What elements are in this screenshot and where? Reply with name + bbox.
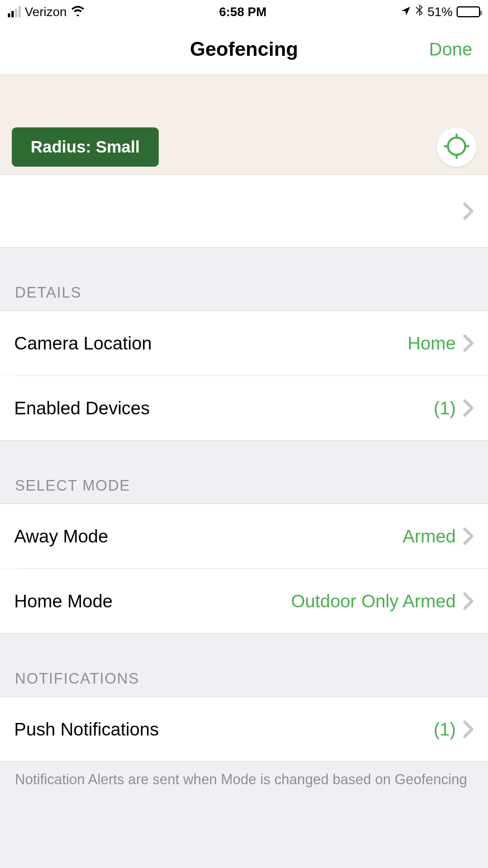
enabled-devices-row[interactable]: Enabled Devices (1) [0, 376, 488, 441]
home-mode-label: Home Mode [14, 590, 291, 612]
chevron-right-icon [463, 592, 474, 610]
nav-bar: Geofencing Done [0, 24, 488, 75]
section-header-notifications: NOTIFICATIONS [0, 634, 488, 697]
location-icon [401, 5, 411, 19]
battery-percentage: 51% [427, 5, 453, 19]
chevron-right-icon [463, 399, 474, 417]
map-area[interactable]: Radius: Small [0, 75, 488, 175]
enabled-devices-value: (1) [434, 397, 456, 419]
status-right: 51% [401, 4, 480, 20]
push-notifications-label: Push Notifications [14, 719, 434, 740]
push-notifications-value: (1) [434, 719, 456, 740]
home-mode-row[interactable]: Home Mode Outdoor Only Armed [0, 569, 488, 634]
crosshair-icon [443, 132, 470, 162]
chevron-right-icon [463, 721, 474, 738]
done-button[interactable]: Done [429, 39, 472, 60]
wifi-icon [71, 5, 85, 19]
notifications-footer-note: Notification Alerts are sent when Mode i… [0, 761, 488, 798]
address-row[interactable] [0, 175, 488, 248]
status-left: Verizon [8, 5, 85, 19]
carrier-label: Verizon [25, 5, 67, 19]
chevron-right-icon [463, 202, 474, 220]
camera-location-value: Home [407, 333, 456, 354]
camera-location-row[interactable]: Camera Location Home [0, 311, 488, 375]
push-notifications-row[interactable]: Push Notifications (1) [0, 697, 488, 761]
page-title: Geofencing [190, 38, 298, 61]
away-mode-row[interactable]: Away Mode Armed [0, 504, 488, 568]
camera-location-label: Camera Location [14, 333, 407, 354]
away-mode-label: Away Mode [14, 526, 403, 547]
cellular-signal-icon [8, 6, 21, 17]
status-time: 6:58 PM [219, 5, 266, 19]
radius-button[interactable]: Radius: Small [12, 127, 159, 167]
battery-icon [457, 6, 480, 17]
chevron-right-icon [463, 528, 474, 545]
status-bar: Verizon 6:58 PM 51% [0, 0, 488, 24]
home-mode-value: Outdoor Only Armed [291, 590, 456, 612]
away-mode-value: Armed [403, 526, 456, 547]
svg-point-0 [448, 138, 465, 155]
enabled-devices-label: Enabled Devices [14, 397, 434, 419]
bluetooth-icon [415, 4, 424, 20]
section-header-details: DETAILS [0, 248, 488, 311]
locate-button[interactable] [437, 127, 476, 167]
chevron-right-icon [463, 335, 474, 352]
section-header-select-mode: SELECT MODE [0, 441, 488, 504]
